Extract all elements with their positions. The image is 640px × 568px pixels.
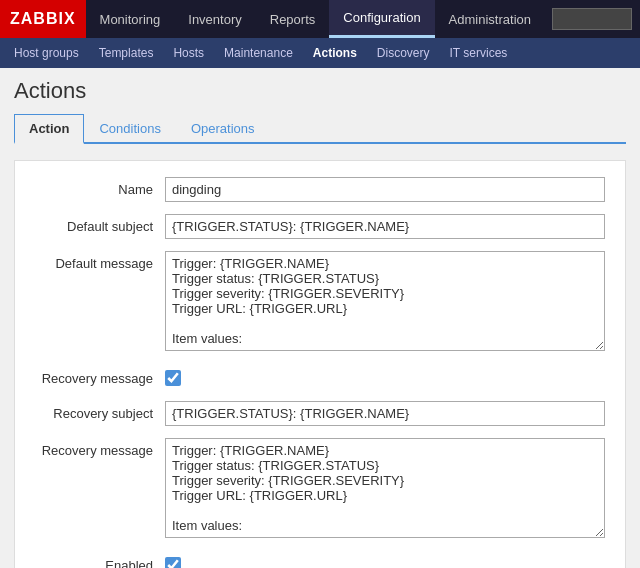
sub-navigation: Host groups Templates Hosts Maintenance … — [0, 38, 640, 68]
recovery-message-checkbox-wrapper — [165, 366, 605, 389]
subnav-hosts[interactable]: Hosts — [163, 38, 214, 68]
search-area — [552, 8, 632, 30]
tab-operations[interactable]: Operations — [176, 114, 270, 144]
recovery-message-text-label: Recovery message — [35, 438, 165, 458]
default-message-row: Default message Trigger: {TRIGGER.NAME} … — [35, 251, 605, 354]
nav-inventory[interactable]: Inventory — [174, 0, 255, 38]
enabled-label: Enabled — [35, 553, 165, 568]
nav-administration[interactable]: Administration — [435, 0, 545, 38]
zabbix-logo: ZABBIX — [0, 0, 86, 38]
recovery-subject-input[interactable] — [165, 401, 605, 426]
enabled-checkbox[interactable] — [165, 557, 181, 568]
enabled-row: Enabled — [35, 553, 605, 568]
recovery-message-textarea-wrapper: Trigger: {TRIGGER.NAME} Trigger status: … — [165, 438, 605, 541]
tab-bar: Action Conditions Operations — [14, 114, 626, 144]
default-subject-input[interactable] — [165, 214, 605, 239]
recovery-message-textarea[interactable]: Trigger: {TRIGGER.NAME} Trigger status: … — [165, 438, 605, 538]
page-content: Actions Action Conditions Operations Nam… — [0, 68, 640, 568]
recovery-message-label: Recovery message — [35, 366, 165, 386]
name-label: Name — [35, 177, 165, 197]
nav-monitoring[interactable]: Monitoring — [86, 0, 175, 38]
subnav-discovery[interactable]: Discovery — [367, 38, 440, 68]
recovery-message-text-row: Recovery message Trigger: {TRIGGER.NAME}… — [35, 438, 605, 541]
enabled-checkbox-wrapper — [165, 553, 605, 568]
subnav-templates[interactable]: Templates — [89, 38, 164, 68]
recovery-message-row: Recovery message — [35, 366, 605, 389]
default-message-label: Default message — [35, 251, 165, 271]
recovery-subject-field-wrapper — [165, 401, 605, 426]
default-message-field-wrapper: Trigger: {TRIGGER.NAME} Trigger status: … — [165, 251, 605, 354]
subnav-host-groups[interactable]: Host groups — [4, 38, 89, 68]
recovery-subject-row: Recovery subject — [35, 401, 605, 426]
nav-reports[interactable]: Reports — [256, 0, 330, 38]
page-title: Actions — [14, 78, 626, 104]
action-form: Name Default subject Default message Tri… — [14, 160, 626, 568]
subnav-it-services[interactable]: IT services — [440, 38, 518, 68]
tab-conditions[interactable]: Conditions — [84, 114, 175, 144]
recovery-message-checkbox[interactable] — [165, 370, 181, 386]
top-navigation: Monitoring Inventory Reports Configurati… — [86, 0, 545, 38]
subnav-maintenance[interactable]: Maintenance — [214, 38, 303, 68]
tab-action[interactable]: Action — [14, 114, 84, 144]
default-subject-label: Default subject — [35, 214, 165, 234]
name-row: Name — [35, 177, 605, 202]
name-field-wrapper — [165, 177, 605, 202]
search-input[interactable] — [552, 8, 632, 30]
default-message-textarea[interactable]: Trigger: {TRIGGER.NAME} Trigger status: … — [165, 251, 605, 351]
default-subject-row: Default subject — [35, 214, 605, 239]
default-subject-field-wrapper — [165, 214, 605, 239]
nav-configuration[interactable]: Configuration — [329, 0, 434, 38]
recovery-subject-label: Recovery subject — [35, 401, 165, 421]
subnav-actions[interactable]: Actions — [303, 38, 367, 68]
name-input[interactable] — [165, 177, 605, 202]
